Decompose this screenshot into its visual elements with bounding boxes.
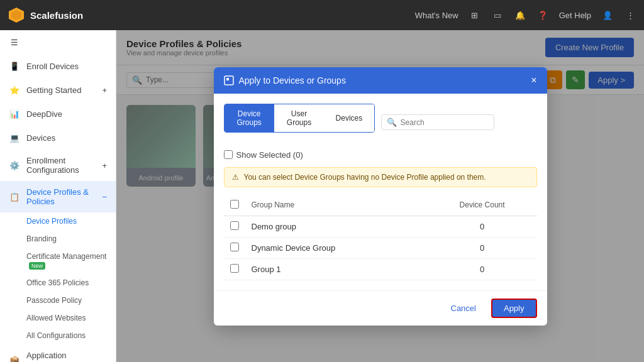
top-nav-right: What's New ⊞ ▭ 🔔 ❓ Get Help 👤 ⋮	[415, 9, 636, 21]
sidebar-subitem-device-profiles[interactable]: Device Profiles	[0, 212, 116, 230]
star-icon: ⭐	[9, 84, 20, 96]
scalefusion-logo-icon	[8, 6, 25, 24]
show-selected-text: Show Selected (0)	[236, 150, 303, 160]
sidebar-subitem-all-configurations[interactable]: All Configurations	[0, 327, 116, 344]
show-selected-checkbox[interactable]	[224, 150, 233, 159]
sidebar-subitem-certificate-management[interactable]: Certificate Management New	[0, 248, 116, 274]
sidebar-item-application-management[interactable]: 📦 Application Management	[0, 344, 116, 362]
sidebar-label: Application Management	[26, 351, 107, 362]
sidebar-item-deepdive[interactable]: 📊 DeepDive	[0, 102, 116, 126]
user-icon[interactable]: 👤	[601, 9, 614, 21]
sidebar-item-devices[interactable]: 💻 Devices	[0, 126, 116, 150]
row-checkbox[interactable]	[230, 221, 239, 230]
info-banner-text: You can select Device Groups having no D…	[244, 173, 486, 182]
row-checkbox[interactable]	[230, 243, 239, 251]
modal-header: Apply to Devices or Groups ×	[214, 67, 547, 94]
modal-search: 🔍	[381, 114, 494, 130]
table-row: Group 1 0	[224, 258, 537, 280]
tab-devices[interactable]: Devices	[324, 104, 374, 132]
plus-icon: +	[102, 85, 107, 95]
sidebar-label: Device Profiles & Policies	[26, 187, 96, 206]
subitem-label: Device Profiles	[26, 217, 77, 226]
modal-header-icon	[224, 75, 234, 85]
tab-user-groups[interactable]: User Groups	[274, 104, 324, 132]
sidebar-item-menu[interactable]: ☰	[0, 30, 116, 54]
group-name-cell: Demo group	[245, 216, 428, 237]
device-count-cell: 0	[428, 237, 537, 258]
modal-title-text: Apply to Devices or Groups	[239, 75, 346, 85]
sidebar-item-enrollment-configurations[interactable]: ⚙️ Enrollment Configurations +	[0, 150, 116, 181]
device-count-cell: 0	[428, 216, 537, 237]
gear-icon: ⚙️	[9, 160, 20, 171]
top-nav: Scalefusion What's New ⊞ ▭ 🔔 ❓ Get Help …	[0, 0, 644, 30]
device-count-header: Device Count	[428, 195, 537, 216]
groups-table: Group Name Device Count Demo group 0	[224, 195, 537, 280]
show-selected-row: Show Selected (0)	[224, 150, 537, 160]
hamburger-icon: ☰	[9, 36, 20, 48]
subitem-label: Branding	[26, 234, 57, 243]
modal-backdrop: Apply to Devices or Groups × Device Grou…	[116, 30, 644, 362]
subitem-label: Office 365 Policies	[26, 278, 89, 287]
plus-icon: +	[102, 161, 107, 170]
bell-icon[interactable]: 🔔	[514, 9, 526, 21]
modal-title: Apply to Devices or Groups	[224, 75, 346, 85]
modal-footer: Cancel Apply	[214, 290, 547, 326]
enroll-icon: 📱	[9, 60, 20, 72]
sidebar-subitem-allowed-websites[interactable]: Allowed Websites	[0, 309, 116, 327]
select-all-checkbox[interactable]	[230, 200, 239, 209]
tab-device-groups[interactable]: Device Groups	[225, 104, 274, 132]
sidebar-label: Enroll Devices	[26, 62, 79, 71]
sidebar-item-getting-started[interactable]: ⭐ Getting Started +	[0, 78, 116, 102]
modal-tabs: Device Groups User Groups Devices	[224, 104, 375, 133]
sidebar-label: Getting Started	[26, 85, 81, 95]
app-icon: 📦	[9, 354, 20, 362]
group-name-cell: Dynamic Device Group	[245, 237, 428, 258]
whats-new-link[interactable]: What's New	[415, 11, 458, 20]
brand-logo: Scalefusion	[8, 6, 408, 24]
sidebar-subitem-branding[interactable]: Branding	[0, 230, 116, 248]
subitem-label: Passcode Policy	[26, 296, 82, 305]
sidebar-subitem-office365[interactable]: Office 365 Policies	[0, 274, 116, 292]
sidebar-item-enroll-devices[interactable]: 📱 Enroll Devices	[0, 54, 116, 78]
sidebar-label: Enrollment Configurations	[26, 156, 96, 175]
table-row: Demo group 0	[224, 216, 537, 237]
apply-to-devices-modal: Apply to Devices or Groups × Device Grou…	[214, 67, 547, 326]
table-row: Dynamic Device Group 0	[224, 237, 537, 258]
group-name-header: Group Name	[245, 195, 428, 216]
show-selected-label[interactable]: Show Selected (0)	[224, 150, 303, 160]
new-badge: New	[29, 262, 45, 270]
main-layout: ☰ 📱 Enroll Devices ⭐ Getting Started + 📊…	[0, 30, 644, 362]
sidebar: ☰ 📱 Enroll Devices ⭐ Getting Started + 📊…	[0, 30, 116, 362]
help-icon[interactable]: ❓	[536, 9, 549, 21]
minus-icon: −	[102, 192, 107, 202]
brand-name: Scalefusion	[30, 10, 83, 21]
group-name-cell: Group 1	[245, 258, 428, 280]
info-banner: ⚠ You can select Device Groups having no…	[224, 167, 537, 187]
sidebar-label: DeepDive	[26, 109, 62, 119]
main-content: Device Profiles & Policies View and mana…	[116, 30, 644, 362]
monitor-icon[interactable]: ▭	[491, 9, 504, 21]
svg-rect-3	[226, 78, 229, 80]
chart-icon: 📊	[9, 108, 20, 119]
apply-button[interactable]: Apply	[491, 299, 537, 318]
get-help-link[interactable]: Get Help	[559, 11, 591, 20]
sidebar-label: Devices	[26, 133, 55, 143]
search-icon: 🔍	[387, 118, 397, 127]
subitem-label: Allowed Websites	[26, 314, 86, 322]
modal-body: Device Groups User Groups Devices 🔍	[214, 94, 547, 290]
profile-icon: 📋	[9, 191, 20, 202]
modal-search-input[interactable]	[401, 118, 489, 127]
modal-close-button[interactable]: ×	[531, 75, 536, 86]
subitem-label: All Configurations	[26, 331, 86, 340]
row-checkbox[interactable]	[230, 264, 239, 273]
device-count-cell: 0	[428, 258, 537, 280]
sidebar-item-device-profiles-policies[interactable]: 📋 Device Profiles & Policies −	[0, 181, 116, 212]
sidebar-subitem-passcode-policy[interactable]: Passcode Policy	[0, 292, 116, 309]
subitem-label: Certificate Management	[26, 252, 106, 261]
cancel-button[interactable]: Cancel	[442, 299, 485, 318]
more-options-icon[interactable]: ⋮	[624, 9, 636, 21]
info-icon: ⚠	[232, 173, 239, 182]
grid-icon[interactable]: ⊞	[469, 9, 481, 21]
laptop-icon: 💻	[9, 132, 20, 143]
